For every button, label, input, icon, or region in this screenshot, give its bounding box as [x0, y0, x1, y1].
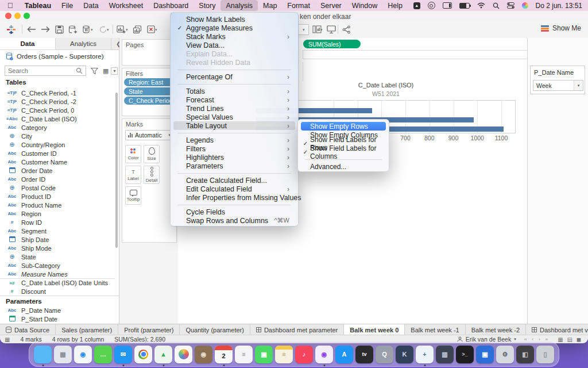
sheet-tab-balk-met-week-1[interactable]: Balk met week -1 [405, 324, 465, 335]
menu-item-legends[interactable]: Legends› [173, 136, 295, 144]
menu-bar-item-format[interactable]: Format [282, 0, 315, 11]
siri-icon[interactable] [522, 2, 528, 9]
dock-app-facetime[interactable]: ▣ [255, 346, 273, 363]
control-center-icon[interactable] [507, 2, 514, 9]
undo-button[interactable] [25, 22, 38, 36]
field-row-p-start-date[interactable]: P_Start Date [0, 315, 115, 323]
menu-item-trend-lines[interactable]: Trend Lines› [173, 104, 295, 113]
field-row-customer-id[interactable]: AbcCustomer ID [0, 149, 115, 158]
run-update-caret[interactable]: ▾ [107, 28, 109, 32]
dock-app-mail[interactable]: ✉ [114, 346, 132, 363]
menu-bar-item-help[interactable]: Help [382, 0, 408, 11]
dock-app-tableau[interactable]: + [416, 346, 434, 363]
submenu-item-show-field-labels-for-columns[interactable]: ✓Show Field Labels for Columns [301, 148, 386, 156]
pause-auto-updates-caret[interactable]: ▾ [91, 28, 93, 32]
field-row-sub-category[interactable]: AbcSub-Category [0, 261, 115, 270]
menu-item-view-data[interactable]: View Data... [173, 41, 295, 49]
field-row-region[interactable]: AbcRegion [0, 209, 115, 218]
menu-bar-item-dashboard[interactable]: Dashboard [148, 0, 194, 11]
field-row-product-name[interactable]: AbcProduct Name [0, 201, 115, 209]
dock-app-launchpad[interactable]: ▦ [54, 346, 72, 363]
menu-bar-item-file[interactable]: File [56, 0, 78, 11]
datasource-row[interactable]: Orders (Sample - Superstore) [0, 50, 119, 63]
menu-bar-clock[interactable]: Do 2 jun. 13:51 [536, 2, 582, 10]
menu-item-cycle-fields[interactable]: Cycle Fields [173, 208, 295, 216]
menu-bar-item-story[interactable]: Story [194, 0, 220, 11]
parameter-dropdown[interactable]: Week ▾ [533, 80, 583, 91]
show-me-button[interactable]: Show Me [541, 24, 581, 32]
view-options-caret[interactable]: ▾ [111, 67, 118, 75]
field-row-c-check-period-1[interactable]: =T|FC_Check Period, -1 [0, 89, 115, 97]
new-data-source-button[interactable] [67, 22, 79, 36]
filter-pill-c-check-period-0[interactable]: C_Check Period, 0 [124, 97, 175, 105]
redo-button[interactable] [39, 22, 52, 36]
menu-bar-item-server[interactable]: Server [315, 0, 347, 11]
filters-card[interactable]: Filters Region: EastStateC_Check Period,… [122, 68, 177, 116]
dock-app-maps[interactable]: ▲ [154, 346, 172, 363]
field-row-measure-names[interactable]: AbcMeasure Names [0, 270, 115, 278]
sheet-tab-balk-met-week-0[interactable]: Balk met week 0 [344, 324, 405, 335]
dock-app-calendar[interactable]: 2 [215, 346, 233, 363]
menu-item-parameters[interactable]: Parameters› [173, 162, 295, 170]
screenshot-app-icon[interactable]: ▲ [413, 2, 420, 9]
field-row-c-date-label-iso[interactable]: =AbcC_Date Label (ISO) [0, 114, 115, 123]
menu-item-infer-properties-from-missing-values[interactable]: Infer Properties from Missing Values [173, 193, 295, 202]
field-row-order-id[interactable]: AbcOrder ID [0, 175, 115, 183]
view-mode-icons[interactable]: ▦ ▤ ◼ [558, 336, 582, 343]
sheet-tab-data-source[interactable]: Data Source [0, 324, 56, 335]
field-row-product-id[interactable]: AbcProduct ID [0, 192, 115, 201]
stage-manager-icon[interactable] [443, 2, 452, 9]
presentation-mode-button[interactable] [325, 22, 338, 36]
tab-analytics[interactable]: Analytics [56, 38, 111, 49]
dock-app-numbers[interactable]: ▥ [436, 346, 454, 363]
record-icon[interactable] [428, 2, 435, 9]
dock-app-app-store[interactable]: A [335, 346, 353, 363]
sheet-tab-balk-met-week-2[interactable]: Balk met week -2 [466, 324, 526, 335]
filter-fields-icon[interactable] [91, 67, 98, 75]
menu-item-special-values[interactable]: Special Values› [173, 113, 295, 121]
menu-item-highlighters[interactable]: Highlighters› [173, 153, 295, 162]
menu-item-totals[interactable]: Totals› [173, 87, 295, 95]
wifi-icon[interactable] [477, 2, 485, 9]
field-row-country-region[interactable]: ⊕Country/Region [0, 140, 115, 149]
field-row-c-check-period-2[interactable]: =T|FC_Check Period, -2 [0, 97, 115, 106]
menu-item-create-calculated-field[interactable]: Create Calculated Field... [173, 176, 295, 185]
field-row-p-date-name[interactable]: AbcP_Date Name [0, 306, 115, 315]
menu-item-edit-calculated-field[interactable]: Edit Calculated Field› [173, 185, 295, 193]
marks-button-label[interactable]: TLabel [125, 166, 141, 184]
sheet-tab-dashboard-met-vergelijking[interactable]: Dashboard met vergelijking [526, 324, 588, 335]
field-row-order-date[interactable]: Order Date [0, 166, 115, 175]
menu-item-filters[interactable]: Filters› [173, 144, 295, 153]
show-hide-cards-caret[interactable]: ▾ [320, 28, 323, 32]
sheet-tab-sales-parameter[interactable]: Sales (parameter) [56, 324, 118, 335]
dock-app-chrome[interactable] [134, 346, 152, 363]
share-button[interactable] [340, 22, 353, 36]
mark-type-dropdown[interactable]: Automatic ▾ [125, 130, 173, 140]
menu-bar-item-data[interactable]: Data [78, 0, 103, 11]
filter-pill-state[interactable]: State [124, 87, 175, 95]
dock-app-reminders[interactable]: ≡ [235, 346, 253, 363]
dock-app-notes[interactable]: ≡ [275, 346, 293, 363]
dock-app-tv[interactable]: tv [355, 346, 373, 363]
battery-icon[interactable] [459, 3, 470, 9]
duplicate-sheet-button[interactable] [131, 22, 144, 36]
submenu-item-show-empty-rows[interactable]: Show Empty Rows [301, 122, 386, 131]
close-window-button[interactable] [5, 13, 11, 19]
search-input[interactable] [5, 67, 76, 74]
sheet-tab-profit-parameter[interactable]: Profit (parameter) [118, 324, 180, 335]
clear-sheet-caret[interactable]: ▾ [155, 28, 157, 32]
dock-app-trash[interactable]: ▯ [536, 346, 554, 363]
dock-app-music[interactable]: ♪ [295, 346, 313, 363]
save-button[interactable] [53, 22, 65, 36]
menu-item-stack-marks[interactable]: Stack Marks› [173, 32, 295, 41]
field-row-c-date-label-iso-date-units[interactable]: =#C_Date Label (ISO) Date Units [0, 278, 115, 287]
field-row-postal-code[interactable]: ⊕Postal Code [0, 183, 115, 192]
fields-scrollbar[interactable] [115, 93, 118, 248]
menu-bar-item-tableau[interactable]: Tableau [20, 0, 56, 11]
field-row-category[interactable]: AbcCategory [0, 123, 115, 132]
dock-app-terminal[interactable]: >_ [456, 346, 474, 363]
marks-card[interactable]: Marks Automatic ▾ ColorSizeTLabelDetailT… [122, 118, 177, 243]
field-row-segment[interactable]: AbcSegment [0, 227, 115, 235]
field-row-customer-name[interactable]: AbcCustomer Name [0, 158, 115, 166]
menu-item-forecast[interactable]: Forecast› [173, 95, 295, 104]
